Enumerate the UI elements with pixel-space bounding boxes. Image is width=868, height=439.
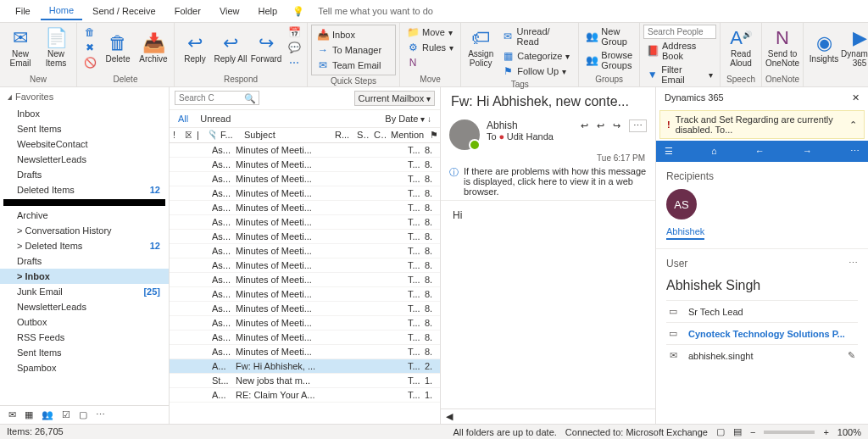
- message-row[interactable]: A...Fw: Hi Abhishek, ...T...2.: [170, 359, 440, 374]
- dynamics-warning[interactable]: !Track and Set Regarding are currently d…: [659, 110, 865, 139]
- message-row[interactable]: As...Minutes of Meeti...T...8.: [170, 215, 440, 230]
- mail-view-icon[interactable]: ✉: [8, 409, 16, 420]
- message-row[interactable]: As...Minutes of Meeti...T...8.: [170, 273, 440, 287]
- read-aloud-button[interactable]: A🔊Read Aloud: [724, 25, 758, 72]
- dyn-more-icon[interactable]: ⋯: [850, 146, 860, 157]
- nav-item[interactable]: > Deleted Items12: [0, 238, 169, 253]
- meeting-button[interactable]: 📅: [285, 25, 303, 40]
- onenote-move-button[interactable]: N: [403, 55, 457, 70]
- message-row[interactable]: As...Minutes of Meeti...T...8.: [170, 302, 440, 316]
- message-row[interactable]: As...Minutes of Meeti...T...8.: [170, 186, 440, 201]
- forward-button[interactable]: ↪Forward: [249, 25, 283, 72]
- message-row[interactable]: As...Minutes of Meeti...T...8.: [170, 158, 440, 172]
- nav-item[interactable]: Outbox: [0, 314, 169, 330]
- search-icon[interactable]: 🔍: [244, 93, 256, 104]
- more-respond-button[interactable]: ⋯: [285, 55, 303, 70]
- reply-all-icon[interactable]: ↩: [597, 120, 604, 131]
- info-bar[interactable]: ⓘIf there are problems with how this mes…: [441, 163, 655, 201]
- message-row[interactable]: As...Minutes of Meeti...T...8.: [170, 230, 440, 244]
- dyn-back-icon[interactable]: ←: [755, 146, 765, 157]
- column-headers[interactable]: !☒|📎 F...Subject R...S... C...Mention⚑: [170, 128, 440, 143]
- rules-button[interactable]: ⚙Rules ▾: [403, 40, 457, 55]
- favorites-header[interactable]: Favorites: [0, 87, 169, 106]
- reply-icon[interactable]: ↩: [581, 120, 588, 131]
- junk-button[interactable]: 🚫: [81, 55, 99, 70]
- message-row[interactable]: As...Minutes of Meeti...T...8.: [170, 287, 440, 302]
- unread-read-button[interactable]: ✉Unread/ Read: [498, 25, 575, 48]
- nav-item[interactable]: WeebsiteContact: [0, 136, 169, 152]
- message-row[interactable]: As...Minutes of Meeti...T...8.: [170, 345, 440, 359]
- nav-item[interactable]: Spambox: [0, 360, 169, 375]
- menu-folder[interactable]: Folder: [166, 3, 209, 19]
- search-people-input[interactable]: [643, 25, 716, 39]
- archive-button[interactable]: 📥Archive: [136, 25, 170, 72]
- zoom-slider[interactable]: [764, 431, 815, 434]
- nav-item[interactable]: Archive: [0, 208, 169, 223]
- user-company[interactable]: Cynoteck Technology Solutions P...: [688, 329, 845, 339]
- send-to-onenote-button[interactable]: NSend to OneNote: [765, 25, 799, 72]
- quick-inbox[interactable]: 📥Inbox: [314, 27, 393, 42]
- nav-item[interactable]: NewsletterLeads: [0, 299, 169, 314]
- nav-item[interactable]: Deleted Items12: [0, 182, 169, 197]
- follow-up-button[interactable]: ⚑Follow Up ▾: [498, 64, 575, 79]
- assign-policy-button[interactable]: 🏷Assign Policy: [465, 25, 497, 72]
- close-pane-icon[interactable]: ✕: [852, 92, 860, 103]
- edit-icon[interactable]: ✎: [844, 350, 858, 361]
- browse-groups-button[interactable]: 👥Browse Groups: [582, 48, 636, 72]
- sender-avatar[interactable]: [449, 119, 480, 150]
- nav-item[interactable]: Sent Items: [0, 121, 169, 136]
- recipient-link[interactable]: Abhishek: [666, 225, 704, 240]
- calendar-view-icon[interactable]: ▦: [25, 409, 33, 420]
- search-scope-dropdown[interactable]: Current Mailbox ▾: [354, 91, 435, 106]
- nav-item[interactable]: Drafts: [0, 253, 169, 269]
- menu-help[interactable]: Help: [250, 3, 287, 19]
- cleanup-button[interactable]: ✖: [81, 40, 99, 55]
- recipient-avatar[interactable]: AS: [666, 189, 697, 220]
- message-row[interactable]: As...Minutes of Meeti...T...8.: [170, 201, 440, 215]
- user-more-icon[interactable]: ⋯: [849, 258, 858, 276]
- message-row[interactable]: As...Minutes of Meeti...T...8.: [170, 331, 440, 345]
- tasks-view-icon[interactable]: ☑: [62, 409, 70, 420]
- message-row[interactable]: As...Minutes of Meeti...T...8.: [170, 143, 440, 158]
- zoom-in-icon[interactable]: +: [823, 427, 828, 437]
- view-normal-icon[interactable]: ▢: [716, 426, 725, 437]
- quick-to-manager[interactable]: →To Manager: [314, 42, 393, 58]
- notes-view-icon[interactable]: ▢: [79, 409, 87, 420]
- dyn-home-icon[interactable]: ⌂: [711, 146, 717, 157]
- sort-dropdown[interactable]: By Date ▾ ↓: [385, 114, 431, 124]
- account-header[interactable]: [3, 199, 165, 206]
- address-book-button[interactable]: 📕Address Book: [643, 39, 716, 63]
- tell-me-input[interactable]: Tell me what you want to do: [318, 6, 433, 16]
- filter-unread[interactable]: Unread: [200, 114, 231, 124]
- quick-team-email[interactable]: ✉Team Email: [314, 58, 393, 73]
- nav-item[interactable]: Sent Items: [0, 345, 169, 360]
- ignore-button[interactable]: 🗑: [81, 25, 99, 40]
- nav-item[interactable]: RSS Feeds: [0, 330, 169, 345]
- delete-button[interactable]: 🗑Delete: [101, 25, 135, 72]
- dyn-menu-icon[interactable]: ☰: [665, 146, 673, 157]
- move-button[interactable]: 📁Move ▾: [403, 25, 457, 40]
- menu-send-receive[interactable]: Send / Receive: [84, 3, 164, 19]
- more-views-icon[interactable]: ⋯: [96, 409, 105, 420]
- im-button[interactable]: 💬: [285, 40, 303, 55]
- insights-button[interactable]: ◉Insights: [807, 25, 841, 72]
- menu-view[interactable]: View: [211, 3, 248, 19]
- new-group-button[interactable]: 👥New Group: [582, 25, 636, 48]
- message-row[interactable]: As...Minutes of Meeti...T...8.: [170, 172, 440, 186]
- zoom-out-icon[interactable]: −: [750, 427, 755, 437]
- reply-button[interactable]: ↩Reply: [178, 25, 212, 72]
- people-view-icon[interactable]: 👥: [42, 409, 53, 420]
- nav-item[interactable]: Inbox: [0, 106, 169, 121]
- scroll-left-icon[interactable]: ◀: [446, 411, 453, 421]
- nav-item[interactable]: > Conversation History: [0, 223, 169, 238]
- new-items-button[interactable]: 📄New Items: [39, 25, 73, 72]
- forward-icon[interactable]: ↪: [613, 120, 620, 131]
- menu-file[interactable]: File: [7, 3, 39, 19]
- categorize-button[interactable]: ▦Categorize ▾: [498, 48, 575, 64]
- menu-home[interactable]: Home: [41, 2, 82, 20]
- new-email-button[interactable]: ✉New Email: [3, 25, 37, 72]
- dyn-forward-icon[interactable]: →: [803, 146, 812, 157]
- nav-item[interactable]: Drafts: [0, 167, 169, 182]
- reply-all-button[interactable]: ↩Reply All: [214, 25, 248, 72]
- nav-item[interactable]: Junk Email[25]: [0, 284, 169, 299]
